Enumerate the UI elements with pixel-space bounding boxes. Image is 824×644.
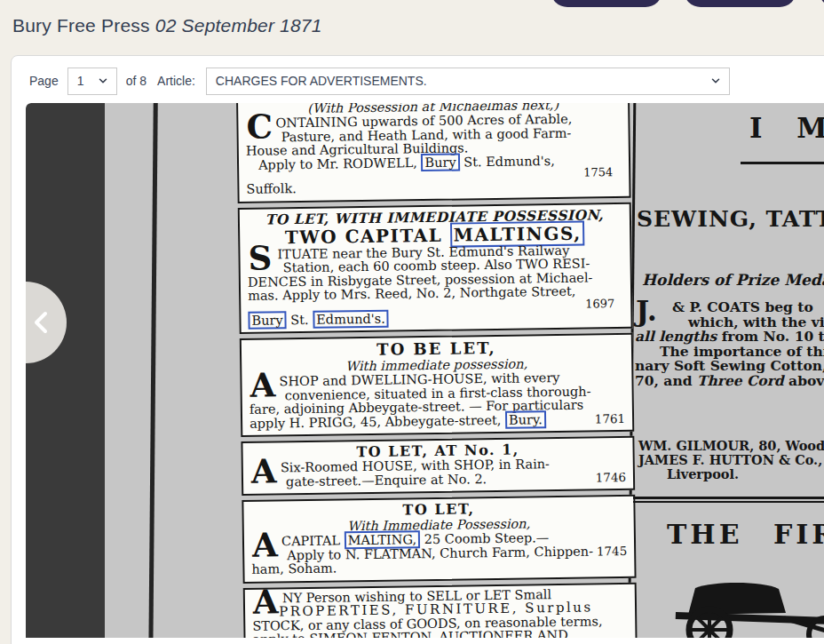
chevron-down-icon bbox=[709, 75, 722, 87]
coats-ad-text: J. & P. COATS beg towhich, with the view… bbox=[635, 300, 824, 388]
page-title: Bury Free Press 02 September 1871 bbox=[12, 15, 322, 36]
publication-date: 02 September 1871 bbox=[155, 15, 322, 36]
newspaper-ad: TO LET, AT No. 1,A Six-Roomed HOUSE, wit… bbox=[241, 436, 635, 496]
scan-left-margin bbox=[26, 103, 105, 638]
right-column-heading: SEWING, TATTI bbox=[637, 206, 824, 232]
scan-text-line: Liverpool. bbox=[638, 467, 824, 481]
right-column-subheading: Holders of Prize Medals bbox=[642, 271, 824, 289]
newspaper-ad: TO BE LET,With immediate possession,A SH… bbox=[240, 333, 635, 437]
newspaper-ad: TO LET,With Immediate Possession,A CAPIT… bbox=[242, 495, 636, 584]
newspaper-ad: (With Possession at Michaelmas next,)CON… bbox=[236, 103, 631, 203]
scan-text-line: WM. GILMOUR, 80, Wood-st bbox=[638, 439, 824, 453]
header-action-button-2[interactable] bbox=[684, 0, 796, 7]
scan-text-line: 70, and Three Cord above th bbox=[635, 374, 824, 389]
article-label: Article: bbox=[157, 74, 195, 88]
viewer-panel: Page 1 of 8 Article: CHARGES FOR ADVERTI… bbox=[11, 55, 824, 644]
page-select-value: 1 bbox=[77, 74, 84, 88]
scan-fold-line bbox=[148, 103, 158, 638]
scan-text-line: ham, Soham. bbox=[251, 558, 627, 576]
viewer-toolbar: Page 1 of 8 Article: CHARGES FOR ADVERTI… bbox=[29, 67, 730, 95]
article-select[interactable]: CHARGES FOR ADVERTISEMENTS. bbox=[206, 68, 730, 95]
search-highlight-box: Bury bbox=[421, 153, 459, 171]
newspaper-ad: TO LET, WITH IMMEDIATE POSSESSION,TWO CA… bbox=[238, 202, 633, 334]
search-highlight-box: Bury bbox=[248, 311, 286, 330]
chevron-down-icon bbox=[97, 75, 109, 87]
agents-address-text: WM. GILMOUR, 80, Wood-stJAMES F. HUTTON … bbox=[638, 439, 824, 481]
cart-wagon-illustration bbox=[663, 583, 824, 638]
search-highlight-box: Bury. bbox=[505, 410, 546, 429]
publication-name: Bury Free Press bbox=[12, 15, 150, 36]
chevron-left-icon bbox=[30, 309, 52, 336]
right-column-heading-2: THE FIRS bbox=[667, 519, 824, 550]
horizontal-rule bbox=[741, 162, 824, 164]
newspaper-ad: ANY Person wishing to SELL or LET SmallP… bbox=[243, 582, 638, 638]
scan-text-line: JAMES F. HUTTON & Co., T bbox=[638, 453, 824, 467]
page-select[interactable]: 1 bbox=[67, 68, 117, 95]
article-select-value: CHARGES FOR ADVERTISEMENTS. bbox=[216, 74, 427, 88]
newspaper-scan-viewport[interactable]: (With Possession at Michaelmas next,)CON… bbox=[26, 103, 824, 638]
header-action-button-1[interactable] bbox=[551, 0, 662, 7]
search-highlight-box: Edmund's. bbox=[313, 309, 389, 328]
page-label: Page bbox=[29, 74, 59, 88]
header-action-button-3[interactable] bbox=[819, 0, 824, 7]
newspaper-archive-page: { "header": { "title": "Bury Free Press"… bbox=[0, 0, 824, 644]
page-total-label: of 8 bbox=[126, 74, 147, 88]
double-rule bbox=[633, 497, 824, 503]
masthead-partial-text: I M bbox=[749, 112, 824, 144]
advertisements-column: (With Possession at Michaelmas next,)CON… bbox=[236, 103, 638, 638]
